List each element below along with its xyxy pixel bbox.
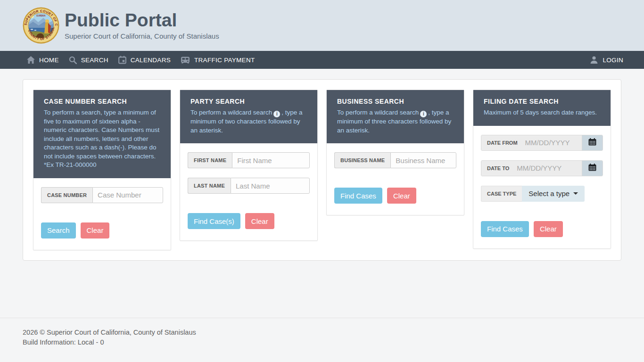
panel-title: FILING DATE SEARCH [484,98,601,105]
seal-motto-text: EUREKA [36,15,46,17]
case-number-field-label: CASE NUMBER [41,187,92,203]
nav-item-calendars[interactable]: CALENDARS [118,51,171,69]
nav-item-traffic-payment[interactable]: TRAFFIC PAYMENT [181,51,255,69]
login-label: LOGIN [603,57,623,64]
find-cases-button[interactable]: Find Cases [481,221,529,237]
site-header: SUPERIOR COURT OF CALIFORNIA COUNTY OF S… [0,0,644,51]
calendar-icon [588,164,596,173]
date-to-field-label: DATE TO [481,161,515,176]
case-number-input[interactable] [92,187,163,203]
calendar-icon [118,56,126,64]
date-from-input[interactable] [523,135,582,150]
case-type-selected-value: Select a type [528,189,570,197]
date-from-calendar-button[interactable] [582,135,603,150]
nav-item-label: TRAFFIC PAYMENT [194,57,255,64]
find-cases-button[interactable]: Find Cases [334,188,382,204]
date-to-input[interactable] [515,161,582,176]
date-from-field-label: DATE FROM [481,135,523,150]
first-name-input[interactable] [232,152,310,168]
search-button[interactable]: Search [41,222,76,239]
first-name-input-group: FIRST NAME [188,152,310,168]
nav-item-label: HOME [39,57,59,64]
last-name-input-group: LAST NAME [188,178,310,194]
panel-description: To perform a wildcard search, type a min… [190,108,308,135]
site-footer: 2026 © Superior Court of California, Cou… [0,318,644,357]
case-type-field-label: CASE TYPE [481,186,522,202]
search-panels-container: CASE NUMBER SEARCH To perform a search, … [23,79,621,261]
business-name-input[interactable] [390,152,456,168]
description-text: To perform a wildcard search [337,109,419,116]
page-title: Public Portal [65,11,219,30]
first-name-field-label: FIRST NAME [188,152,232,168]
footer-build-info: Build Information: Local - 0 [23,337,621,347]
description-text: To perform a wildcard search [190,109,272,116]
panel-header: FILING DATE SEARCH Maximum of 5 days sea… [473,90,611,126]
nav-item-home[interactable]: HOME [27,51,59,69]
business-search-panel: BUSINESS SEARCH To perform a wildcard se… [326,90,464,215]
case-type-input-group: CASE TYPE Select a type [481,186,603,202]
calendar-icon [588,138,596,147]
case-number-search-panel: CASE NUMBER SEARCH To perform a search, … [33,90,171,250]
footer-spacer [0,261,644,318]
panel-description: To perform a wildcard search, type a min… [337,108,454,135]
date-to-calendar-button[interactable] [582,161,603,176]
panel-description: To perform a search, type a minimum of f… [44,108,161,170]
car-icon [181,56,190,64]
info-icon[interactable] [420,111,427,117]
find-cases-button[interactable]: Find Case(s) [188,213,240,229]
panel-header: PARTY SEARCH To perform a wildcard searc… [180,90,317,143]
main-navbar: HOME SEARCH CALENDARS TRAFFIC PAYMENT LO… [0,51,644,69]
business-name-input-group: BUSINESS NAME [334,152,456,168]
user-icon [590,56,598,64]
info-icon[interactable] [273,111,280,117]
clear-button[interactable]: Clear [534,221,563,237]
panel-description: Maximum of 5 days search date ranges. [484,108,601,117]
page-subtitle: Superior Court of California, County of … [65,32,219,40]
case-number-input-group: CASE NUMBER [41,187,163,203]
panel-header: BUSINESS SEARCH To perform a wildcard se… [327,90,464,143]
nav-item-label: SEARCH [81,57,108,64]
clear-button[interactable]: Clear [81,222,110,239]
last-name-field-label: LAST NAME [188,178,231,194]
header-brand[interactable]: SUPERIOR COURT OF CALIFORNIA COUNTY OF S… [23,7,219,44]
main-content: CASE NUMBER SEARCH To perform a search, … [0,69,644,261]
search-icon [69,56,77,64]
nav-item-label: CALENDARS [131,57,171,64]
clear-button[interactable]: Clear [387,188,416,204]
filing-date-search-panel: FILING DATE SEARCH Maximum of 5 days sea… [473,90,611,249]
nav-item-search[interactable]: SEARCH [69,51,108,69]
footer-copyright: 2026 © Superior Court of California, Cou… [23,328,621,337]
date-to-input-group: DATE TO [481,160,603,176]
home-icon [27,56,35,64]
date-from-input-group: DATE FROM [481,135,603,151]
panel-header: CASE NUMBER SEARCH To perform a search, … [33,90,171,178]
panel-title: PARTY SEARCH [190,98,308,105]
login-button[interactable]: LOGIN [590,51,623,69]
case-type-dropdown[interactable]: Select a type [522,186,585,202]
panel-title: CASE NUMBER SEARCH [44,98,161,105]
court-seal-logo: SUPERIOR COURT OF CALIFORNIA COUNTY OF S… [23,7,59,44]
last-name-input[interactable] [231,178,310,194]
clear-button[interactable]: Clear [245,213,274,229]
party-search-panel: PARTY SEARCH To perform a wildcard searc… [180,90,318,241]
panel-title: BUSINESS SEARCH [337,98,454,105]
chevron-down-icon [573,192,578,195]
business-name-field-label: BUSINESS NAME [334,152,390,168]
